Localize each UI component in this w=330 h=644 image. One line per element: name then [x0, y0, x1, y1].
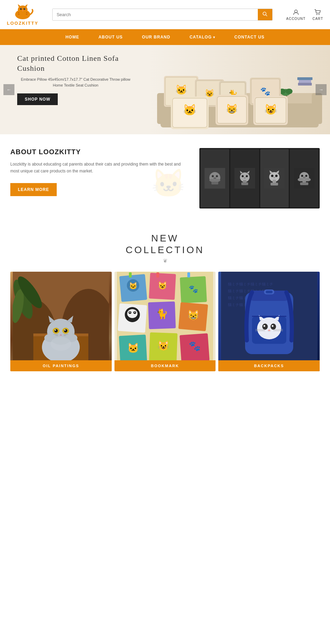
svg-point-153	[271, 324, 276, 330]
logo-text: LOOZKITTY	[7, 21, 38, 26]
svg-text:猫ミチ猫ミチ猫ミチ猫ミチ: 猫ミチ猫ミチ猫ミチ猫ミチ	[228, 282, 273, 286]
pet-portrait-2	[230, 149, 259, 207]
svg-line-10	[18, 14, 20, 14]
collection-item-bookmark[interactable]: 🐱 😺 🐾 🐈	[114, 272, 216, 371]
nav-our-brand[interactable]: OUR BRAND	[132, 29, 180, 45]
oil-paintings-image	[10, 272, 112, 371]
shopping-cart-icon	[314, 9, 321, 15]
svg-rect-22	[298, 83, 312, 86]
svg-point-127	[134, 312, 135, 313]
svg-rect-21	[312, 93, 322, 124]
svg-point-7	[24, 9, 25, 9]
search-button[interactable]	[258, 9, 272, 20]
svg-text:😺: 😺	[157, 340, 169, 351]
nav-about[interactable]: ABOUT US	[89, 29, 132, 45]
backpacks-image: 猫ミチ猫ミチ猫ミチ猫ミチ 猫ミチ猫ミチ猫ミチ猫ミチ 猫ミチ猫ミチ猫ミチ猫ミチ 猫…	[218, 272, 320, 371]
svg-line-14	[266, 15, 267, 16]
about-text: ABOUT LOOZKITTY Loozkitty is about educa…	[10, 148, 189, 196]
search-input[interactable]	[53, 9, 258, 20]
svg-text:🐱: 🐱	[127, 342, 139, 354]
cart-label: CART	[312, 17, 323, 21]
svg-point-149	[257, 317, 281, 339]
pet-portrait-1	[200, 149, 229, 207]
svg-rect-85	[300, 182, 308, 185]
svg-rect-163	[266, 291, 273, 293]
bookmarks-image: 🐱 😺 🐾 🐈	[114, 272, 216, 371]
about-section: ABOUT LOOZKITTY Loozkitty is about educa…	[0, 134, 330, 222]
nav-catalog[interactable]: CATALOG	[180, 29, 224, 45]
svg-point-17	[319, 14, 320, 15]
hero-title: Cat printed Cotton Linen Sofa Cushion	[17, 54, 134, 73]
account-label: ACCOUNT	[286, 17, 306, 21]
cat-portrait-1	[234, 168, 255, 189]
hero-prev-button[interactable]: ←	[3, 84, 14, 95]
svg-point-154	[263, 325, 265, 327]
svg-line-12	[26, 14, 28, 14]
svg-rect-139	[156, 272, 159, 278]
svg-point-54	[212, 175, 214, 177]
svg-text:😺: 😺	[264, 103, 277, 116]
svg-text:😺: 😺	[157, 281, 167, 290]
about-image	[199, 148, 320, 208]
cart-link[interactable]: CART	[312, 9, 323, 21]
svg-point-16	[317, 14, 318, 15]
search-wrapper	[52, 9, 273, 21]
svg-point-72	[271, 175, 274, 177]
svg-point-103	[55, 329, 56, 331]
user-icon	[293, 9, 299, 15]
cat-oil-painting-svg	[13, 272, 109, 371]
nav-contact[interactable]: CONTACT US	[225, 29, 274, 45]
nav-home[interactable]: HOME	[56, 29, 89, 45]
svg-point-63	[242, 175, 244, 177]
hero-content: Cat printed Cotton Linen Sofa Cushion Em…	[17, 54, 134, 105]
site-header: LOOZKITTY ACCOUNT	[0, 0, 330, 29]
hero-banner: Cat printed Cotton Linen Sofa Cushion Em…	[0, 45, 330, 134]
svg-point-83	[303, 177, 306, 179]
bookmark-label: BOOKMARK	[114, 360, 216, 371]
search-area	[52, 9, 273, 21]
svg-rect-138	[129, 272, 132, 278]
collection-item-oil-paintings[interactable]: OIL PAINTINGS	[10, 272, 112, 371]
collection-section: NEW COLLECTION ❦	[0, 222, 330, 388]
account-link[interactable]: ACCOUNT	[286, 9, 306, 21]
svg-point-65	[244, 177, 246, 179]
svg-rect-23	[299, 80, 311, 83]
cart-icon	[314, 9, 321, 16]
hero-image: 🐱 😺 🐈 🐱 😸 🐾 😺	[148, 45, 330, 134]
footer-space	[0, 388, 330, 629]
svg-text:🐾: 🐾	[188, 284, 198, 294]
hero-next-button[interactable]: →	[316, 84, 327, 95]
svg-text:🐈: 🐈	[156, 308, 168, 319]
svg-point-112	[51, 337, 71, 351]
logo[interactable]: LOOZKITTY	[7, 3, 38, 26]
svg-point-73	[275, 175, 278, 177]
svg-point-102	[64, 329, 67, 332]
shop-now-button[interactable]: SHOP NOW	[17, 93, 58, 105]
svg-point-155	[272, 325, 273, 327]
svg-rect-24	[297, 77, 312, 80]
svg-text:🐾: 🐾	[260, 86, 271, 96]
svg-point-152	[262, 324, 268, 330]
svg-text:🐱: 🐱	[183, 103, 197, 116]
search-icon	[263, 12, 267, 16]
collection-grid: OIL PAINTINGS 🐱 😺 🐾	[10, 272, 320, 371]
learn-more-button[interactable]: LEARN MORE	[10, 183, 57, 196]
about-description: Loozkitty is about educating cat parents…	[10, 161, 189, 175]
svg-point-28	[286, 89, 293, 94]
svg-point-101	[54, 329, 58, 332]
svg-rect-58	[211, 182, 218, 184]
collection-divider-icon: ❦	[7, 258, 323, 264]
backpacks-label: BACKPACKS	[218, 360, 320, 371]
main-nav: HOME ABOUT US OUR BRAND CATALOG CONTACT …	[0, 29, 330, 45]
pillows-illustration: 🐱 😺 🐈 🐱 😸 🐾 😺	[148, 45, 330, 134]
svg-point-74	[273, 177, 275, 178]
collection-item-backpacks[interactable]: 猫ミチ猫ミチ猫ミチ猫ミチ 猫ミチ猫ミチ猫ミチ猫ミチ 猫ミチ猫ミチ猫ミチ猫ミチ 猫…	[218, 272, 320, 371]
svg-point-104	[64, 329, 66, 331]
oil-paintings-label: OIL PAINTINGS	[10, 360, 112, 371]
svg-point-6	[21, 9, 22, 9]
svg-rect-76	[271, 183, 278, 185]
svg-point-55	[216, 175, 218, 177]
dog-portrait-2	[294, 168, 315, 189]
logo-icon	[9, 3, 36, 21]
svg-point-15	[295, 10, 297, 13]
